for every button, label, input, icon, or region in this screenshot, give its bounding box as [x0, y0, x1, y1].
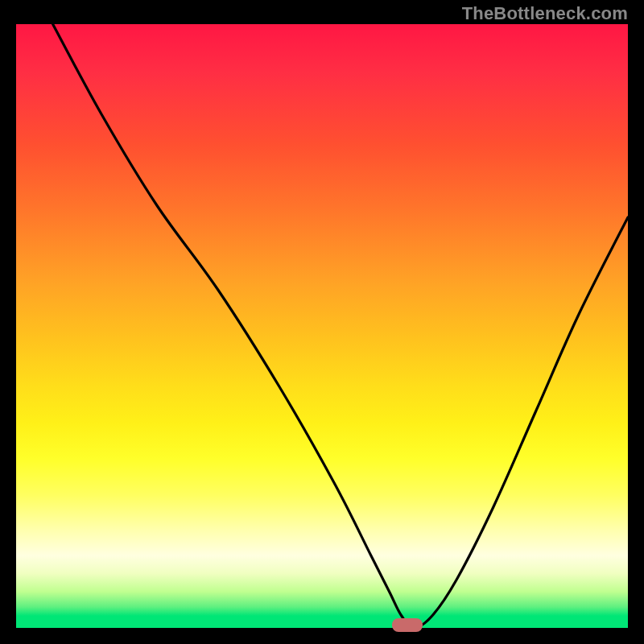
optimum-marker	[392, 618, 423, 632]
watermark-text: TheBottleneck.com	[462, 3, 628, 24]
plot-background-gradient	[16, 24, 628, 628]
chart-container: TheBottleneck.com	[0, 0, 644, 644]
